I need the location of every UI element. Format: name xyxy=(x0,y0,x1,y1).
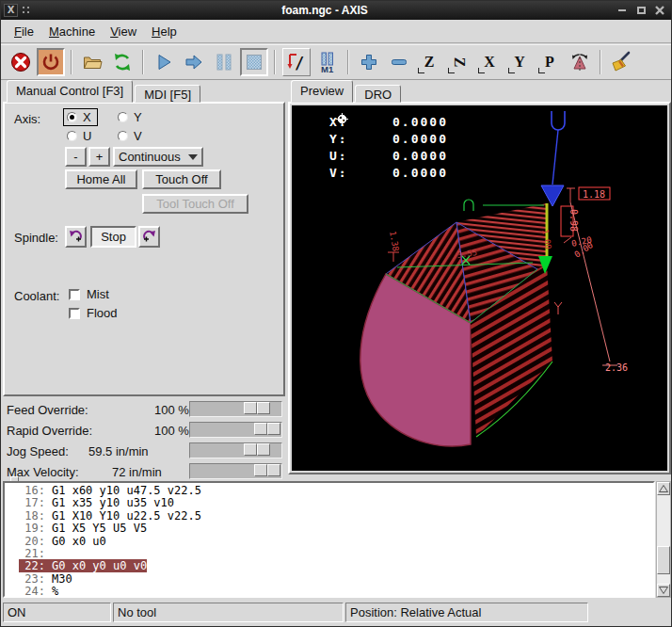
jog-speed-label: Jog Speed: xyxy=(7,444,69,458)
home-all-button[interactable]: Home All xyxy=(65,169,137,189)
tab-preview[interactable]: Preview xyxy=(291,80,353,103)
rotate-mode-button[interactable] xyxy=(566,48,594,76)
flood-checkbox[interactable]: Flood xyxy=(69,306,118,320)
svg-text:0.98: 0.98 xyxy=(568,209,579,232)
gcode-line[interactable]: 17: G1 x35 y10 u35 v10 xyxy=(5,497,653,509)
maximize-button[interactable] xyxy=(633,4,648,17)
tool-info-cell: No tool xyxy=(113,603,344,622)
stop-program-button[interactable] xyxy=(240,48,268,76)
spindle-ccw-icon xyxy=(68,229,84,245)
feed-override-label: Feed Override: xyxy=(7,403,88,417)
preview-canvas[interactable]: 1.18 0.98 0.20 0.00 2.36 1.00 3.55 1.38 xyxy=(292,105,667,471)
scrollbar-thumb[interactable] xyxy=(657,546,670,574)
toggle-skip-lines-button[interactable]: / xyxy=(282,48,311,76)
titlebar[interactable]: X foam.ngc - AXIS xyxy=(1,1,671,20)
spindle-cw-button[interactable] xyxy=(138,226,160,248)
slider-handle[interactable] xyxy=(254,464,280,476)
clear-plot-button[interactable] xyxy=(607,48,635,76)
manual-control-panel: Axis: X Y U V - + Continuous Home All To… xyxy=(3,102,285,396)
axis-radio-y[interactable]: Y xyxy=(118,110,142,124)
tab-dro[interactable]: DRO xyxy=(355,85,401,103)
toolbar: / M1 Z Z X xyxy=(1,44,671,80)
max-velocity-row: Max Velocity: 72 in/min xyxy=(1,462,287,481)
scroll-down-button[interactable] xyxy=(657,584,670,597)
tab-mdi[interactable]: MDI [F5] xyxy=(135,85,200,103)
chevron-down-icon xyxy=(188,154,198,160)
toggle-optional-pause-button[interactable]: M1 xyxy=(313,48,342,76)
close-button[interactable] xyxy=(652,4,667,17)
zoom-out-button[interactable] xyxy=(385,48,413,76)
menu-help[interactable]: Help xyxy=(144,22,184,41)
mist-checkbox[interactable]: Mist xyxy=(69,287,109,301)
minimize-button[interactable] xyxy=(615,4,630,17)
rapid-override-slider[interactable] xyxy=(189,422,282,438)
axis-window: X foam.ngc - AXIS File Machine View Help xyxy=(0,0,672,627)
window-title: foam.ngc - AXIS xyxy=(35,4,615,17)
axis-label: Axis: xyxy=(14,112,40,126)
optional-pause-m1-icon: M1 xyxy=(316,51,339,73)
estop-icon xyxy=(10,52,31,72)
slider-handle[interactable] xyxy=(244,443,270,456)
feed-override-slider[interactable] xyxy=(189,401,282,417)
open-file-button[interactable] xyxy=(78,48,106,76)
run-step-button[interactable] xyxy=(180,48,208,76)
top-view-button[interactable]: Z xyxy=(415,48,443,76)
power-icon xyxy=(40,52,61,72)
estop-button[interactable] xyxy=(7,48,35,76)
svg-text:2.36: 2.36 xyxy=(605,362,628,373)
menu-machine[interactable]: Machine xyxy=(41,22,103,41)
gcode-line[interactable]: 19: G1 X5 Y5 U5 V5 xyxy=(5,522,653,535)
tab-manual-control[interactable]: Manual Control [F3] xyxy=(7,80,133,103)
radio-icon xyxy=(67,131,77,141)
radio-icon xyxy=(118,131,128,141)
menu-view[interactable]: View xyxy=(103,22,144,41)
jog-speed-value: 59.5 in/min xyxy=(88,444,149,458)
reload-file-button[interactable] xyxy=(108,48,136,76)
front-view-button[interactable]: Y xyxy=(505,48,534,76)
axis-radio-u[interactable]: U xyxy=(67,129,91,143)
scroll-up-button[interactable] xyxy=(657,482,670,495)
svg-text:1.18: 1.18 xyxy=(583,189,605,200)
spindle-cw-icon xyxy=(141,229,157,245)
gcode-line[interactable]: 16: G1 x60 y10 u47.5 v22.5 xyxy=(5,485,653,497)
scroll-up-icon xyxy=(659,485,668,492)
machine-power-button[interactable] xyxy=(37,48,65,76)
scroll-down-icon xyxy=(659,587,668,594)
axis-radio-v[interactable]: V xyxy=(118,129,142,143)
toolbar-separator xyxy=(274,50,276,74)
perspective-view-button[interactable]: P xyxy=(536,48,564,76)
gcode-line[interactable]: 24: % xyxy=(5,586,653,598)
touch-off-button[interactable]: Touch Off xyxy=(142,169,221,189)
run-icon xyxy=(153,52,174,72)
gcode-line-active[interactable]: 22: G0 x0 y0 u0 v0 xyxy=(5,560,653,572)
slider-handle[interactable] xyxy=(244,402,270,414)
max-velocity-slider[interactable] xyxy=(189,463,282,479)
jog-increment-select[interactable]: Continuous xyxy=(113,147,203,167)
spindle-ccw-button[interactable] xyxy=(65,226,87,248)
rotate-cone-icon xyxy=(569,52,590,72)
menu-file[interactable]: File xyxy=(7,22,41,41)
rotated-top-view-button[interactable]: Z xyxy=(445,48,473,76)
jog-speed-slider[interactable] xyxy=(189,442,282,458)
gcode-line[interactable]: 23: M30 xyxy=(5,573,653,586)
feed-override-row: Feed Override: 100 % xyxy=(1,400,287,419)
gcode-scrollbar[interactable] xyxy=(656,481,671,598)
checkbox-icon xyxy=(69,308,80,319)
tool-touch-off-button[interactable]: Tool Touch Off xyxy=(142,194,248,214)
gcode-line[interactable]: 20: G0 x0 u0 xyxy=(5,536,653,548)
gcode-line[interactable]: 21: xyxy=(5,548,653,560)
slider-handle[interactable] xyxy=(254,423,280,435)
view-axis-mark xyxy=(448,68,455,73)
side-view-button[interactable]: X xyxy=(475,48,504,76)
gcode-listing[interactable]: 16: G1 x60 y10 u47.5 v22.5 17: G1 x35 y1… xyxy=(3,481,655,598)
pause-program-button[interactable] xyxy=(210,48,238,76)
jog-plus-button[interactable]: + xyxy=(88,147,110,167)
run-program-button[interactable] xyxy=(150,48,178,76)
zoom-in-button[interactable] xyxy=(355,48,383,76)
machine-state-cell: ON xyxy=(3,603,111,622)
spindle-stop-button[interactable]: Stop xyxy=(90,226,136,248)
app-icon[interactable]: X xyxy=(4,4,18,17)
axis-radio-x[interactable]: X xyxy=(63,108,98,126)
gcode-line[interactable]: 18: G1 X10 Y10 u22.5 v22.5 xyxy=(5,510,653,522)
jog-minus-button[interactable]: - xyxy=(65,147,87,167)
